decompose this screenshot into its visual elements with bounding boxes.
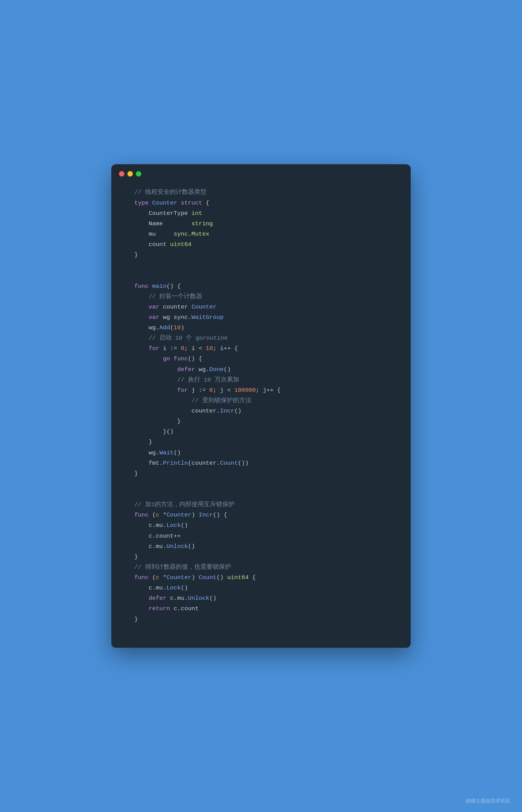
code-line-33: c.mu.Unlock() [134, 541, 395, 552]
code-line-25: wg.Wait() [134, 448, 395, 458]
code-line-1: // 线程安全的计数器类型 [134, 187, 395, 198]
code-line-5: mu sync.Mutex [134, 229, 395, 239]
code-line-30: func (c *Counter) Incr() { [134, 510, 395, 520]
code-line-29: // 加1的方法，内部使用互斥锁保护 [134, 500, 395, 510]
code-line-37: c.mu.Lock() [134, 583, 395, 593]
code-line-35: // 得到计数器的值，也需要锁保护 [134, 562, 395, 573]
code-line-13: wg.Add(10) [134, 323, 395, 333]
code-block: // 线程安全的计数器类型 type Counter struct { Coun… [111, 183, 411, 632]
code-line-36: func (c *Counter) Count() uint64 { [134, 573, 395, 583]
code-line-9: func main() { [134, 281, 395, 292]
code-line-blank1 [134, 260, 395, 271]
code-line-27: } [134, 469, 395, 479]
code-line-28 [134, 489, 395, 500]
code-line-21: counter.Incr() [134, 406, 395, 416]
code-line-24: } [134, 437, 395, 447]
code-line-17: defer wg.Done() [134, 365, 395, 375]
code-line-15: for i := 0; i < 10; i++ { [134, 343, 395, 354]
watermark: @掘土掘金技术社区 [466, 797, 510, 804]
code-line-10: // 封装一个计数器 [134, 292, 395, 302]
code-line-40: } [134, 614, 395, 625]
code-line-6: count uint64 [134, 239, 395, 250]
titlebar [111, 164, 411, 183]
maximize-dot[interactable] [136, 171, 141, 177]
code-line-19: for j := 0; j < 100000; j++ { [134, 385, 395, 396]
code-line-23: }() [134, 427, 395, 437]
page-wrapper: // 线程安全的计数器类型 type Counter struct { Coun… [0, 0, 522, 812]
code-line-20: // 受到锁保护的方法 [134, 396, 395, 406]
code-line-12: var wg sync.WaitGroup [134, 312, 395, 323]
code-line-14: // 启动 10 个 goroutine [134, 333, 395, 343]
code-line-18: // 执行 10 万次累加 [134, 375, 395, 385]
code-window: // 线程安全的计数器类型 type Counter struct { Coun… [111, 164, 411, 647]
code-line-31: c.mu.Lock() [134, 520, 395, 531]
code-line-7: } [134, 250, 395, 260]
code-line-16: go func() { [134, 354, 395, 364]
code-line-4: Name string [134, 219, 395, 229]
code-line-2: type Counter struct { [134, 198, 395, 208]
code-line-22: } [134, 416, 395, 427]
close-dot[interactable] [119, 171, 124, 177]
code-line-8 [134, 271, 395, 281]
code-line-32: c.count++ [134, 531, 395, 541]
code-line-34: } [134, 552, 395, 562]
minimize-dot[interactable] [127, 171, 133, 177]
code-line-11: var counter Counter [134, 302, 395, 312]
code-line-3: CounterType int [134, 208, 395, 219]
code-line-38: defer c.mu.Unlock() [134, 593, 395, 604]
code-line-26: fmt.Println(counter.Count()) [134, 458, 395, 469]
code-line-blank2 [134, 479, 395, 489]
code-line-39: return c.count [134, 604, 395, 614]
